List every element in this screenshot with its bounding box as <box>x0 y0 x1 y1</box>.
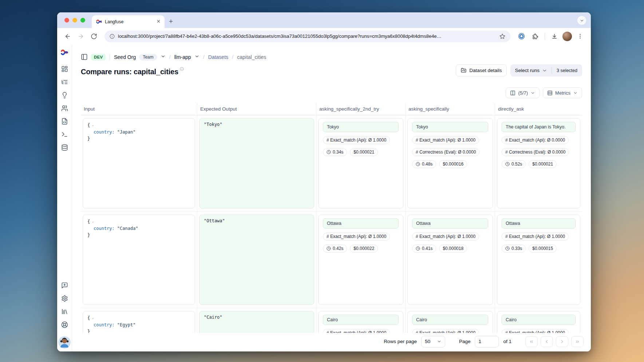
expected-output-cell[interactable]: "Cairo" <box>197 308 316 333</box>
user-avatar[interactable] <box>58 336 71 349</box>
select-runs-button[interactable]: Select runs <box>510 64 552 76</box>
input-cell[interactable]: {⌄ country:"Canada" } <box>81 212 197 308</box>
extensions-puzzle-icon[interactable] <box>529 31 541 42</box>
clock-icon <box>505 162 510 166</box>
sidebar-item-users[interactable] <box>58 102 71 115</box>
metrics-button[interactable]: Metrics <box>543 87 582 98</box>
back-button[interactable] <box>62 31 73 42</box>
chevron-down-icon <box>530 91 535 95</box>
browser-window: Langfuse localhost:3000/project/7a88fb47… <box>57 12 591 351</box>
org-chevron-down-icon[interactable] <box>161 54 166 60</box>
previous-page-button[interactable] <box>541 336 553 347</box>
last-page-button[interactable] <box>571 336 584 347</box>
sidebar-item-docs[interactable] <box>58 305 71 318</box>
minimize-window-button[interactable] <box>72 18 77 23</box>
input-cell[interactable]: {⌄ country:"Japan" } <box>81 115 197 211</box>
latency-badge: 0.52s <box>502 160 526 168</box>
json-collapse-icon[interactable]: ⌄ <box>92 316 94 319</box>
first-page-button[interactable] <box>525 336 538 347</box>
run-cell[interactable]: Cairo # Exact_match (Api): Ø 1.0000 <box>406 308 495 333</box>
page-title: Compare runs: capital_cities <box>81 64 184 76</box>
sidebar-item-prompts[interactable] <box>58 115 71 128</box>
sidebar-item-support[interactable] <box>58 318 71 331</box>
dataset-details-button[interactable]: Dataset details <box>456 64 507 76</box>
page-number-input[interactable] <box>475 336 499 347</box>
input-cell[interactable]: {⌄ country:"Egypt" } <box>81 308 197 333</box>
column-header-run-2[interactable]: asking_specifically <box>406 103 495 115</box>
score-badge: # Correctness (Eval): Ø 0.0000 <box>502 148 569 156</box>
breadcrumb-slash: / <box>232 54 234 60</box>
run-cell[interactable]: Ottawa # Exact_match (Api): Ø 1.0000 0.4… <box>406 212 495 308</box>
tab-search-button[interactable] <box>577 16 586 25</box>
langfuse-logo[interactable] <box>60 49 68 56</box>
close-window-button[interactable] <box>64 18 69 23</box>
reload-button[interactable] <box>88 31 99 42</box>
browser-tab[interactable]: Langfuse <box>92 15 165 28</box>
page-count-label: of 1 <box>503 339 511 344</box>
breadcrumb-slash: / <box>203 54 205 60</box>
compare-table-body: {⌄ country:"Japan" } "Tokyo" Tokyo # Exa <box>81 115 582 333</box>
run-cell[interactable]: Tokyo # Exact_match (Api): Ø 1.0000 # Co… <box>406 115 495 211</box>
sidebar-toggle-icon[interactable] <box>81 53 88 60</box>
tab-close-icon[interactable] <box>156 19 161 25</box>
run-output[interactable]: Tokyo <box>412 122 488 132</box>
sidebar-item-feedback[interactable] <box>58 279 71 292</box>
json-collapse-icon[interactable]: ⌄ <box>92 219 94 223</box>
run-cell[interactable]: Tokyo # Exact_match (Api): Ø 1.0000 0.34… <box>316 115 406 211</box>
next-page-button[interactable] <box>556 336 568 347</box>
expected-output-cell[interactable]: "Tokyo" <box>197 115 316 211</box>
column-header-expected-output[interactable]: Expected Output <box>197 103 316 115</box>
cost-badge: $0.000022 <box>350 244 378 252</box>
tab-strip: Langfuse <box>57 12 591 28</box>
run-output[interactable]: Tokyo <box>323 122 399 132</box>
run-cell[interactable]: Ottawa # Exact_match (Api): Ø 1.0000 0.3… <box>495 212 582 308</box>
password-manager-icon[interactable] <box>515 31 527 42</box>
sidebar-item-evaluation[interactable] <box>58 88 71 102</box>
score-badge: # Exact_match (Api): Ø 1.0000 <box>502 232 569 240</box>
new-tab-button[interactable] <box>168 19 174 25</box>
sidebar-item-dashboard[interactable] <box>58 62 71 75</box>
sidebar-item-tracing[interactable] <box>58 75 71 88</box>
json-collapse-icon[interactable]: ⌄ <box>92 123 94 127</box>
project-name[interactable]: llm-app <box>174 54 191 60</box>
run-cell[interactable]: Ottawa # Exact_match (Api): Ø 1.0000 0.4… <box>316 212 406 308</box>
downloads-icon[interactable] <box>549 31 560 42</box>
title-info-icon[interactable] <box>180 64 184 73</box>
rows-per-page-select[interactable]: 50 <box>421 336 445 347</box>
org-name[interactable]: Seed Org <box>114 54 136 60</box>
bookmark-star-icon[interactable] <box>499 33 505 39</box>
project-chevron-down-icon[interactable] <box>194 54 199 60</box>
column-header-run-3[interactable]: directly_ask <box>495 103 582 115</box>
site-info-icon[interactable] <box>110 34 115 39</box>
zoom-window-button[interactable] <box>80 18 85 23</box>
breadcrumb-datasets-link[interactable]: Datasets <box>208 54 228 60</box>
run-output[interactable]: Cairo <box>412 315 488 325</box>
expected-output-cell[interactable]: "Ottawa" <box>197 212 316 308</box>
cost-badge: $0.000015 <box>529 244 557 252</box>
run-output[interactable]: Ottawa <box>412 218 488 228</box>
sidebar-item-datasets[interactable] <box>58 141 71 154</box>
sidebar-item-settings[interactable] <box>58 292 71 305</box>
rows-icon <box>547 90 553 96</box>
run-cell[interactable]: The capital of Japan is Tokyo. # Exact_m… <box>495 115 582 211</box>
folder-kanban-icon <box>461 68 466 73</box>
run-output[interactable]: Ottawa <box>502 218 576 228</box>
browser-profile-avatar[interactable] <box>562 32 572 41</box>
browser-menu-icon[interactable] <box>574 31 586 42</box>
sidebar-item-playground[interactable] <box>58 128 71 141</box>
run-output[interactable]: Cairo <box>323 315 399 325</box>
run-cell[interactable]: Cairo # Exact_match (Api): Ø 1.0000 <box>316 308 406 333</box>
run-cell[interactable]: Cairo # Exact_match (Api): Ø 1.0000 <box>495 308 582 333</box>
run-output[interactable]: The capital of Japan is Tokyo. <box>502 122 576 132</box>
column-header-run-1[interactable]: asking_specifically_2nd_try <box>316 103 406 115</box>
run-output[interactable]: Cairo <box>502 315 576 325</box>
breadcrumb-dataset-name[interactable]: capital_cities <box>237 54 266 60</box>
url-bar[interactable]: localhost:3000/project/7a88fb47-b4e2-43b… <box>104 31 510 42</box>
org-plan-badge: Team <box>139 54 157 60</box>
run-output[interactable]: Ottawa <box>323 218 399 228</box>
forward-button[interactable] <box>75 31 86 42</box>
column-visibility-button[interactable]: (5/7) <box>506 87 540 98</box>
breadcrumb-slash: / <box>169 54 171 60</box>
breadcrumb-divider <box>110 54 110 60</box>
column-header-input[interactable]: Input <box>81 103 197 115</box>
